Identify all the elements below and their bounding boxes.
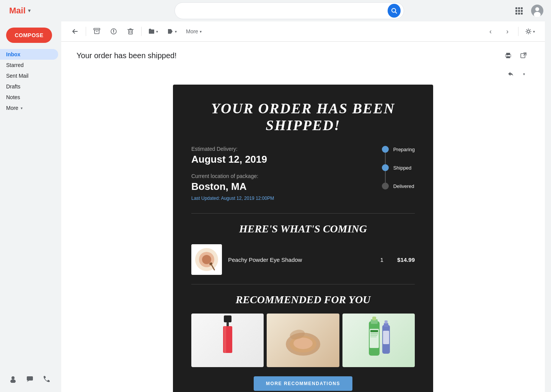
sidebar-item-starred[interactable]: Starred [0, 60, 58, 70]
recommended-item-nail [191, 314, 264, 367]
powder-image [276, 314, 330, 367]
estimated-label: Estimated Delivery: [191, 146, 367, 152]
sidebar: COMPOSE Inbox Starred Sent Mail Drafts N… [0, 21, 61, 392]
toolbar: ▾ ▾ More ▾ ‹ › [61, 21, 545, 42]
tracking-label-preparing: Preparing [393, 147, 415, 152]
sidebar-more-arrow-icon: ▾ [21, 106, 23, 110]
print-icon [505, 52, 511, 59]
app-logo-arrow[interactable]: ▼ [27, 8, 32, 13]
svg-point-29 [527, 30, 530, 33]
product-quantity: 1 [380, 256, 383, 263]
search-button[interactable] [388, 4, 401, 18]
delete-button[interactable] [123, 24, 138, 38]
more-dropdown-label: More [186, 28, 198, 34]
email-header-actions [502, 49, 530, 62]
label-icon [167, 28, 173, 34]
product-eye-shadow-image [191, 244, 222, 275]
more-dropdown-button[interactable]: More ▾ [182, 26, 205, 37]
svg-rect-24 [129, 30, 132, 34]
label-dropdown-button[interactable]: ▾ [163, 26, 181, 37]
svg-rect-59 [384, 323, 388, 327]
settings-dropdown-button[interactable]: ▾ [522, 26, 539, 37]
nav-prev-button[interactable]: ‹ [483, 24, 498, 38]
contacts-button[interactable] [6, 372, 20, 386]
sidebar-item-sent-label: Sent Mail [6, 73, 28, 79]
grid-icon [515, 7, 523, 15]
svg-rect-16 [27, 376, 33, 381]
sidebar-item-drafts[interactable]: Drafts [0, 81, 58, 92]
reply-dropdown-arrow: ▾ [523, 72, 525, 76]
tracking-dot-preparing [382, 146, 389, 153]
tracking-dot-delivered [382, 183, 389, 189]
search-bar [174, 2, 404, 19]
label-dropdown-arrow: ▾ [175, 29, 177, 34]
spam-button[interactable] [106, 24, 121, 38]
folder-dropdown-arrow: ▾ [156, 29, 158, 34]
svg-point-23 [113, 33, 114, 33]
app-logo: Mail [9, 6, 26, 16]
more-recommendations-button[interactable]: MORE RECOMMENDATIONS [254, 376, 352, 391]
svg-rect-33 [507, 55, 507, 56]
reply-button[interactable] [503, 68, 518, 80]
svg-rect-54 [370, 330, 378, 332]
sidebar-item-starred-label: Starred [6, 62, 24, 68]
phone-icon [43, 375, 51, 383]
email-header: Your order has been shipped! [77, 49, 530, 62]
print-button[interactable] [502, 49, 514, 62]
sidebar-item-more[interactable]: More ▾ [0, 103, 58, 113]
tracking-step-shipped: Shipped [382, 164, 412, 171]
profile-button[interactable] [530, 3, 545, 18]
settings-icon [525, 28, 531, 34]
sidebar-item-more-label: More [6, 105, 18, 111]
serum-image [355, 314, 401, 367]
new-window-button[interactable] [517, 49, 530, 62]
compose-button[interactable]: COMPOSE [6, 28, 52, 43]
product-image [191, 244, 222, 275]
location-label: Current location of package: [191, 173, 367, 179]
top-bar: Mail ▼ [0, 0, 551, 21]
back-button[interactable] [67, 24, 83, 38]
product-row: Peachy Powder Eye Shadow 1 $14.99 [191, 244, 415, 275]
recommended-title: Recommended For You [191, 294, 415, 306]
nav-next-icon: › [506, 28, 509, 36]
sidebar-item-inbox[interactable]: Inbox [0, 49, 58, 60]
tracking-line-1 [385, 153, 386, 164]
svg-rect-43 [227, 322, 229, 326]
svg-rect-30 [506, 53, 510, 55]
svg-line-1 [395, 12, 397, 13]
shipped-title: Your Order Has Been Shipped! [191, 100, 415, 134]
back-icon [72, 28, 78, 35]
grid-icon-button[interactable] [511, 3, 527, 18]
new-window-icon [520, 52, 527, 59]
phone-button[interactable] [40, 372, 54, 386]
chat-button[interactable] [23, 372, 37, 386]
recommended-item-powder [267, 314, 339, 367]
sidebar-item-notes[interactable]: Notes [0, 92, 58, 103]
svg-rect-45 [224, 326, 226, 353]
svg-point-15 [10, 379, 16, 383]
delivery-info: Estimated Delivery: August 12, 2019 Curr… [191, 146, 367, 201]
nail-polish-image [216, 315, 239, 365]
svg-rect-57 [370, 336, 377, 337]
nav-next-button[interactable]: › [500, 24, 515, 38]
recommended-item-serum [342, 314, 415, 367]
search-input[interactable] [178, 7, 388, 14]
reply-dropdown-button[interactable]: ▾ [518, 68, 530, 80]
nav-prev-icon: ‹ [489, 28, 492, 36]
svg-rect-32 [506, 56, 510, 58]
svg-rect-52 [372, 317, 376, 320]
reply-area: ▾ [77, 68, 530, 80]
sidebar-item-sent[interactable]: Sent Mail [0, 70, 58, 81]
archive-button[interactable] [89, 24, 104, 38]
svg-rect-3 [518, 7, 520, 9]
folder-dropdown-button[interactable]: ▾ [145, 26, 162, 37]
email-body-inner: Your Order Has Been Shipped! Estimated D… [173, 85, 433, 392]
chat-icon [26, 375, 34, 383]
tracking-line-2 [385, 171, 386, 183]
product-name: Peachy Powder Eye Shadow [228, 256, 374, 263]
person-icon [9, 375, 17, 383]
email-body: Your Order Has Been Shipped! Estimated D… [173, 85, 433, 392]
svg-rect-5 [515, 10, 517, 12]
sidebar-item-drafts-label: Drafts [6, 83, 20, 90]
search-icon [391, 8, 397, 14]
